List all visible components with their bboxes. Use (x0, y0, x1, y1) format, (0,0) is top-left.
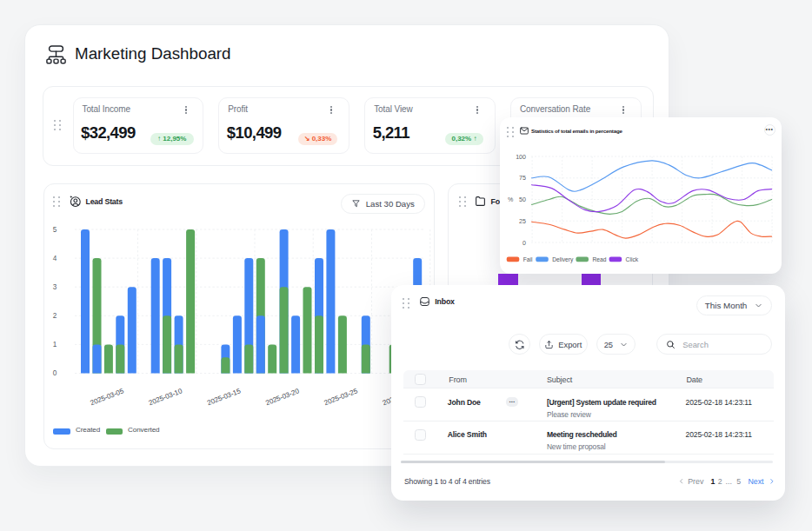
svg-text:2025-03-20: 2025-03-20 (264, 387, 301, 407)
svg-text:2025-03-05: 2025-03-05 (90, 387, 126, 407)
svg-text:2025-03-15: 2025-03-15 (206, 387, 243, 407)
svg-text:75: 75 (520, 175, 527, 182)
svg-text:5: 5 (53, 226, 57, 234)
svg-text:25: 25 (520, 218, 527, 225)
svg-text:4: 4 (53, 255, 57, 262)
svg-text:0: 0 (53, 369, 57, 377)
svg-text:2025-03-25: 2025-03-25 (323, 387, 360, 407)
svg-text:3: 3 (53, 283, 57, 291)
svg-text:2: 2 (53, 312, 57, 320)
svg-text:0: 0 (522, 240, 526, 247)
svg-text:1: 1 (53, 341, 57, 348)
svg-text:100: 100 (516, 154, 527, 161)
svg-text:%: % (508, 196, 514, 203)
svg-text:Read: Read (593, 256, 607, 262)
svg-text:Click: Click (626, 256, 639, 262)
svg-text:Delivery: Delivery (553, 256, 575, 263)
svg-text:2025-03-10: 2025-03-10 (148, 387, 184, 407)
svg-text:Fail: Fail (523, 256, 533, 262)
svg-text:50: 50 (520, 196, 527, 203)
